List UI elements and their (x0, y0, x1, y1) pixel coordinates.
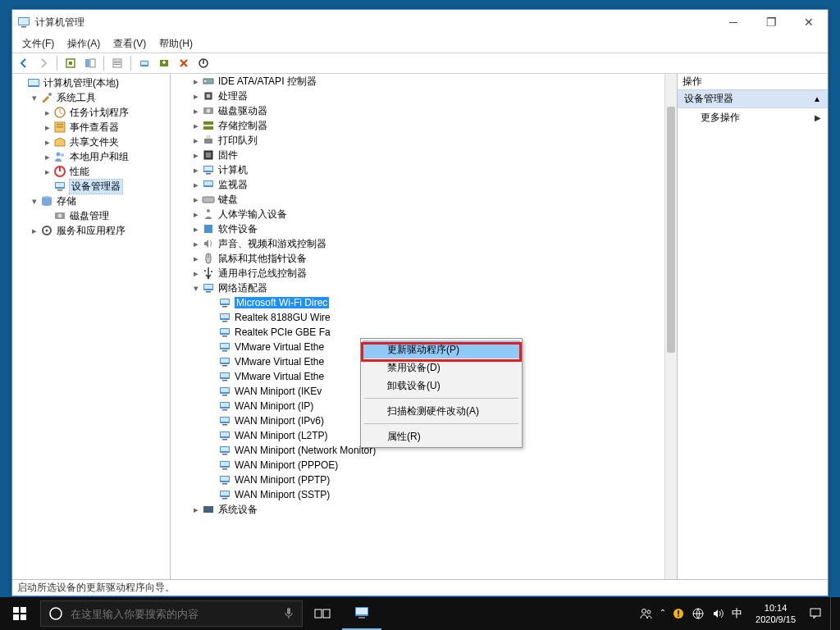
device-tree[interactable]: ▸IDE ATA/ATAPI 控制器▸处理器▸磁盘驱动器▸存储控制器▸打印队列▸… (171, 74, 664, 579)
device-category[interactable]: ▸键盘 (171, 192, 664, 207)
tree-item-label: 本地用户和组 (70, 150, 129, 164)
update-driver-button[interactable] (156, 55, 172, 71)
tree-twisty-icon[interactable]: ▸ (42, 137, 53, 148)
left-tree-pane[interactable]: 计算机管理(本地)▾系统工具▸任务计划程序▸事件查看器▸共享文件夹▸本地用户和组… (12, 74, 171, 579)
device-item[interactable]: WAN Miniport (PPPOE) (171, 458, 664, 472)
device-category[interactable]: ▾网络适配器 (171, 281, 664, 295)
tree-twisty-icon[interactable]: ▸ (190, 239, 202, 249)
tree-twisty-icon[interactable]: ▸ (29, 226, 40, 236)
left-tree-item[interactable]: ▸服务和应用程序 (12, 223, 170, 238)
disable-button[interactable] (195, 55, 212, 71)
scan-hardware-button[interactable] (136, 55, 153, 71)
tree-twisty-icon[interactable]: ▸ (190, 106, 202, 116)
tree-twisty-icon[interactable]: ▸ (190, 121, 202, 131)
tray-people-icon[interactable] (640, 607, 653, 620)
tray-ime-indicator[interactable]: 中 (732, 606, 742, 621)
tree-twisty-icon[interactable]: ▾ (190, 283, 202, 294)
action-center-icon[interactable] (809, 607, 822, 620)
left-tree-item[interactable]: ▸本地用户和组 (12, 149, 170, 164)
tree-twisty-icon[interactable]: ▸ (190, 165, 202, 176)
left-tree-item[interactable]: ▾存储 (12, 194, 170, 208)
uninstall-button[interactable] (176, 55, 192, 71)
show-hide-tree-button[interactable] (82, 55, 98, 71)
tray-volume-icon[interactable] (712, 608, 724, 619)
context-menu-item[interactable]: 禁用设备(D) (363, 358, 520, 377)
device-category[interactable]: ▸IDE ATA/ATAPI 控制器 (171, 74, 664, 89)
tree-twisty-icon[interactable]: ▸ (190, 180, 202, 190)
left-tree-item[interactable]: ▾系统工具 (12, 90, 170, 105)
menu-help[interactable]: 帮助(H) (153, 35, 199, 52)
tree-twisty-icon[interactable]: ▾ (29, 196, 40, 207)
search-input[interactable] (71, 608, 276, 620)
tree-twisty-icon[interactable]: ▸ (190, 268, 202, 279)
show-desktop-button[interactable] (830, 597, 835, 630)
maximize-button[interactable]: ❐ (752, 10, 790, 34)
tree-twisty-icon[interactable]: ▸ (190, 91, 202, 102)
left-tree-item[interactable]: 磁盘管理 (12, 208, 170, 223)
tree-twisty-icon[interactable]: ▸ (42, 152, 53, 162)
tree-twisty-icon[interactable]: ▸ (190, 76, 202, 87)
taskbar-search[interactable] (40, 600, 303, 627)
device-category[interactable]: ▸人体学输入设备 (171, 207, 664, 221)
left-tree-item[interactable]: ▸性能 (12, 164, 170, 179)
device-category[interactable]: ▸存储控制器 (171, 118, 664, 133)
device-category[interactable]: ▸鼠标和其他指针设备 (171, 251, 664, 266)
tray-network-icon[interactable] (692, 608, 704, 619)
tree-twisty-icon[interactable]: ▸ (42, 122, 53, 133)
task-view-button[interactable] (303, 597, 342, 630)
device-category[interactable]: ▸计算机 (171, 162, 664, 177)
context-menu-item[interactable]: 扫描检测硬件改动(A) (363, 402, 520, 420)
properties-button[interactable] (109, 55, 126, 71)
minimize-button[interactable]: ─ (714, 10, 752, 34)
mic-icon[interactable] (276, 607, 302, 620)
device-category[interactable]: ▸打印队列 (171, 133, 664, 148)
left-tree-item[interactable]: 计算机管理(本地) (12, 75, 170, 90)
taskbar-app-compmgmt[interactable] (342, 597, 381, 630)
device-category[interactable]: ▸声音、视频和游戏控制器 (171, 236, 664, 251)
context-menu-item[interactable]: 属性(R) (363, 427, 520, 445)
menu-file[interactable]: 文件(F) (16, 35, 61, 52)
scrollbar-thumb[interactable] (667, 107, 675, 353)
tree-twisty-icon[interactable]: ▸ (190, 209, 202, 220)
up-button[interactable] (62, 55, 79, 71)
device-category[interactable]: ▸处理器 (171, 89, 664, 103)
menu-action[interactable]: 操作(A) (61, 35, 107, 52)
tree-twisty-icon[interactable]: ▾ (29, 93, 40, 103)
tree-twisty-icon[interactable]: ▸ (190, 150, 202, 161)
context-menu-item[interactable]: 卸载设备(U) (363, 377, 520, 395)
tree-twisty-icon[interactable]: ▸ (190, 504, 202, 515)
tree-twisty-icon[interactable]: ▸ (42, 107, 53, 118)
left-tree-item[interactable]: ▸共享文件夹 (12, 135, 170, 149)
actions-section-title[interactable]: 设备管理器 ▲ (678, 90, 828, 108)
back-button[interactable] (16, 55, 32, 71)
left-tree-item[interactable]: ▸事件查看器 (12, 120, 170, 135)
device-category[interactable]: ▸软件设备 (171, 221, 664, 236)
menu-view[interactable]: 查看(V) (107, 35, 153, 52)
device-category[interactable]: ▸磁盘驱动器 (171, 103, 664, 118)
start-button[interactable] (0, 597, 39, 630)
vertical-scrollbar[interactable] (664, 74, 677, 579)
left-tree-item[interactable]: ▸任务计划程序 (12, 105, 170, 120)
device-item[interactable]: WAN Miniport (PPTP) (171, 472, 664, 487)
device-category[interactable]: ▸固件 (171, 148, 664, 162)
device-item[interactable]: Realtek 8188GU Wire (171, 310, 664, 325)
tree-twisty-icon[interactable]: ▸ (190, 224, 202, 235)
more-actions-item[interactable]: 更多操作 ▶ (678, 108, 828, 126)
tree-twisty-icon[interactable]: ▸ (190, 194, 202, 205)
context-menu-item[interactable]: 更新驱动程序(P) (363, 340, 520, 358)
device-category[interactable]: ▸监视器 (171, 177, 664, 192)
device-category[interactable]: ▸系统设备 (171, 502, 664, 517)
tree-twisty-icon[interactable]: ▸ (42, 167, 53, 177)
device-item[interactable]: WAN Miniport (SSTP) (171, 487, 664, 502)
close-button[interactable]: ✕ (790, 10, 828, 34)
tray-chevron-icon[interactable]: ˆ (661, 608, 664, 620)
device-item[interactable]: Microsoft Wi-Fi Direc (171, 295, 664, 310)
left-tree-item[interactable]: 设备管理器 (12, 179, 170, 194)
tray-clock[interactable]: 10:14 2020/9/15 (751, 602, 801, 625)
titlebar[interactable]: 计算机管理 ─ ❐ ✕ (12, 10, 828, 34)
device-category[interactable]: ▸通用串行总线控制器 (171, 266, 664, 281)
tree-twisty-icon[interactable]: ▸ (190, 135, 202, 146)
tree-twisty-icon[interactable]: ▸ (190, 253, 202, 264)
forward-button[interactable] (35, 55, 52, 71)
tray-security-icon[interactable] (673, 608, 684, 619)
